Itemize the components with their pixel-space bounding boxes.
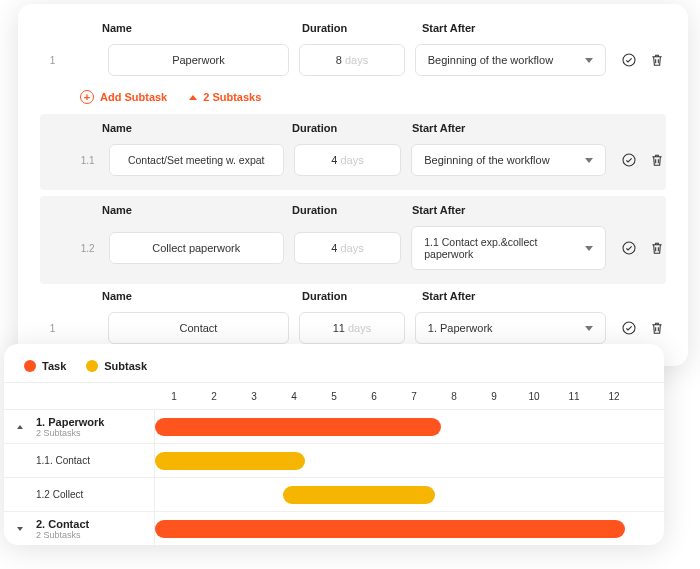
gantt-row-subtask: 1.2 Collect	[4, 477, 664, 511]
expand-toggle[interactable]	[4, 527, 36, 531]
gantt-row-task: 1. Paperwork 2 Subtasks	[4, 409, 664, 443]
approve-button[interactable]	[620, 51, 638, 69]
svg-point-3	[623, 322, 635, 334]
gantt-bar-subtask[interactable]	[283, 486, 435, 504]
gantt-row-title: 1.1. Contact	[36, 455, 146, 466]
task-dot-icon	[24, 360, 36, 372]
approve-button[interactable]	[620, 239, 638, 257]
task-name-input[interactable]: Paperwork	[108, 44, 290, 76]
add-subtask-button[interactable]: + Add Subtask	[80, 90, 167, 104]
svg-point-0	[623, 54, 635, 66]
gantt-row-subtask: 1.1. Contact	[4, 443, 664, 477]
svg-point-2	[623, 242, 635, 254]
task-name-input[interactable]: Contact	[108, 312, 290, 344]
gantt-row-subtitle: 2 Subtasks	[36, 428, 146, 438]
legend-task: Task	[24, 360, 66, 372]
header-duration: Duration	[302, 22, 422, 34]
task-start-after-select[interactable]: Beginning of the workflow	[415, 44, 606, 76]
gantt-row-subtitle: 2 Subtasks	[36, 530, 146, 540]
subtask-name-input[interactable]: Contact/Set meeting w. expat	[109, 144, 284, 176]
subtask-block: Name Duration Start After 1.2 Collect pa…	[40, 196, 666, 284]
subtask-index: 1.2	[77, 243, 98, 254]
task-row: 1 Contact 11 days 1. Paperwork	[40, 308, 666, 348]
legend-subtask: Subtask	[86, 360, 147, 372]
subtask-duration-input[interactable]: 4 days	[294, 144, 401, 176]
chevron-down-icon	[585, 246, 593, 251]
duration-value: 8	[336, 54, 342, 66]
caret-down-icon	[17, 527, 23, 531]
expand-toggle[interactable]	[4, 425, 36, 429]
subtask-start-after-select[interactable]: 1.1 Contact exp.&collect paperwork	[411, 226, 606, 270]
chevron-down-icon	[585, 326, 593, 331]
task-start-after-select[interactable]: 1. Paperwork	[415, 312, 606, 344]
gantt-row-title: 2. Contact	[36, 518, 146, 530]
gantt-card: Task Subtask 1 2 3 4 5 6 7 8 9 10 11 12 …	[4, 344, 664, 545]
svg-point-1	[623, 154, 635, 166]
subtask-name-input[interactable]: Collect paperwork	[109, 232, 284, 264]
gantt-bar-task[interactable]	[155, 418, 441, 436]
subtask-block: Name Duration Start After 1.1 Contact/Se…	[40, 114, 666, 190]
subtask-row: 1.2 Collect paperwork 4 days 1.1 Contact…	[40, 222, 666, 274]
duration-unit: days	[345, 54, 368, 66]
chevron-down-icon	[585, 58, 593, 63]
gantt-axis: 1 2 3 4 5 6 7 8 9 10 11 12	[4, 383, 664, 409]
task-index: 1	[40, 323, 59, 334]
task-editor-card: Name Duration Start After 1 Paperwork 8 …	[18, 4, 688, 366]
start-after-value: Beginning of the workflow	[428, 54, 553, 66]
task-duration-input[interactable]: 8 days	[299, 44, 405, 76]
column-headers: Name Duration Start After	[40, 22, 666, 40]
gantt-bar-task[interactable]	[155, 520, 625, 538]
gantt-legend: Task Subtask	[4, 358, 664, 382]
gantt-bar-subtask[interactable]	[155, 452, 305, 470]
delete-button[interactable]	[648, 239, 666, 257]
gantt-chart: 1 2 3 4 5 6 7 8 9 10 11 12 1. Paperwork …	[4, 382, 664, 545]
subtasks-toolbar: + Add Subtask 2 Subtasks	[40, 80, 666, 114]
gantt-row-task: 2. Contact 2 Subtasks	[4, 511, 664, 545]
row-actions	[620, 51, 666, 69]
caret-up-icon	[189, 95, 197, 100]
delete-button[interactable]	[648, 151, 666, 169]
task-index: 1	[40, 55, 59, 66]
subtask-row: 1.1 Contact/Set meeting w. expat 4 days …	[40, 140, 666, 180]
subtask-dot-icon	[86, 360, 98, 372]
task-duration-input[interactable]: 11 days	[299, 312, 405, 344]
gantt-row-title: 1.2 Collect	[36, 489, 146, 500]
subtask-start-after-select[interactable]: Beginning of the workflow	[411, 144, 606, 176]
approve-button[interactable]	[620, 319, 638, 337]
gantt-row-title: 1. Paperwork	[36, 416, 146, 428]
delete-button[interactable]	[648, 51, 666, 69]
header-start-after: Start After	[422, 22, 632, 34]
approve-button[interactable]	[620, 151, 638, 169]
plus-circle-icon: +	[80, 90, 94, 104]
chevron-down-icon	[585, 158, 593, 163]
subtask-index: 1.1	[77, 155, 98, 166]
subtask-duration-input[interactable]: 4 days	[294, 232, 401, 264]
header-name: Name	[102, 22, 302, 34]
task-row: 1 Paperwork 8 days Beginning of the work…	[40, 40, 666, 80]
delete-button[interactable]	[648, 319, 666, 337]
toggle-subtasks-button[interactable]: 2 Subtasks	[189, 91, 261, 103]
caret-up-icon	[17, 425, 23, 429]
